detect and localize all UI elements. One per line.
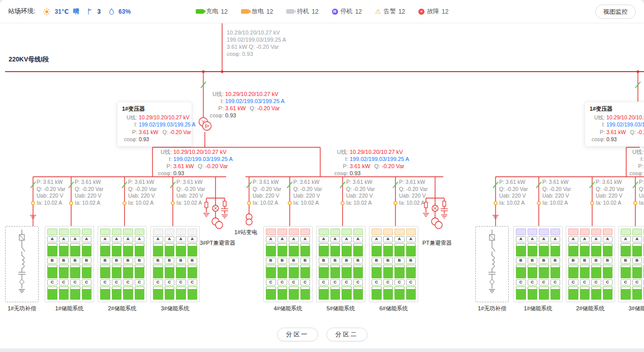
battery-level-bar (188, 265, 198, 278)
cluster-label-cell: B (330, 258, 341, 264)
battery-level-bar (394, 243, 405, 257)
battery-level-bar (632, 265, 642, 278)
cluster-label-cell: B (372, 258, 382, 264)
battery-level-bar (188, 286, 198, 300)
cluster-label-cell: A (591, 236, 601, 242)
cluster-label-cell: C (372, 279, 382, 285)
cluster-label-cell: C (353, 279, 363, 285)
legend-label: 放电 (252, 7, 264, 16)
feeder (590, 177, 595, 226)
feeder (340, 177, 345, 226)
zone-button-2[interactable]: 分区二 (326, 328, 367, 341)
measurement-text: 10.29/10.20/10.27 kV (225, 90, 279, 98)
compensator-label: 1#无功补偿 (5, 305, 39, 312)
wind-icon (87, 8, 93, 15)
warning-triangle-icon: ⚠ (375, 8, 381, 15)
cluster-label-cell: A (406, 236, 416, 242)
rack-status-cell (539, 229, 549, 235)
cluster-label-cell: A (353, 236, 363, 242)
cluster-label-cell: A (165, 236, 175, 242)
legend-standby[interactable]: 待机12 (286, 7, 318, 16)
legend-alarm[interactable]: ⚠告警12 (375, 7, 405, 16)
battery-level-bar (165, 286, 175, 300)
battery-level-bar (372, 243, 382, 257)
rack-status-cell (528, 229, 538, 235)
battery-rack: ABC (568, 229, 578, 300)
reactive-compensator-box[interactable] (5, 226, 39, 302)
cluster-label-cell: B (153, 258, 163, 264)
battery-level-bar (47, 243, 57, 257)
battery-rack: ABC (153, 229, 163, 300)
battery-level-bar (539, 286, 549, 300)
battery-rack: ABC (47, 229, 57, 300)
battery-level-bar (591, 265, 601, 278)
transformer-title: 1#变压器 (122, 105, 187, 113)
battery-level-bar (59, 286, 69, 300)
storage-system-box[interactable]: ABCABCABCABC (513, 226, 563, 302)
cluster-label-cell: C (112, 279, 122, 285)
battery-level-bar (528, 286, 538, 300)
legend-fault[interactable]: ×故障12 (418, 7, 448, 16)
cluster-label-cell: B (176, 258, 186, 264)
battery-level-bar (300, 265, 311, 278)
storage-system-label: 5#储能系统 (316, 305, 365, 312)
storage-system-box[interactable]: ABCABCABCABC (566, 226, 615, 302)
storage-system-label: 1#储能系统 (513, 305, 563, 312)
pt-arrester-label: PT兼避雷器 (422, 239, 452, 247)
storage-system-box[interactable]: ABCABCABCABC (618, 226, 644, 302)
measurement-text: 3.61 kW (139, 129, 159, 136)
temperature-value: 31℃ (54, 8, 69, 15)
legend-stopped[interactable]: 停机12 (332, 7, 362, 16)
storage-system-box[interactable]: ABCABCABCABC (369, 226, 418, 302)
battery-rack: ABC (632, 229, 642, 300)
cluster-label-cell: C (603, 279, 613, 285)
legend-charging[interactable]: 充电12 (196, 7, 228, 16)
reactive-compensator-box[interactable] (475, 226, 509, 302)
battery-rack: ABC (135, 229, 145, 300)
storage-system-box[interactable]: ABCABCABCABC (98, 226, 147, 302)
measurement-text: 199.02/199.03/199.25 A (173, 155, 233, 163)
sun-icon (43, 8, 50, 15)
line-measurement-block: U线:10.29/10.20/10.27 kVI:199.02/199.03/1… (208, 90, 285, 119)
measurement-text: I: (590, 121, 605, 129)
battery-level-bar (394, 286, 405, 300)
measurement-text: cosφ: (157, 170, 172, 177)
feeder (493, 177, 499, 226)
battery-rack: ABC (176, 229, 186, 300)
rack-status-cell (383, 229, 393, 235)
cluster-label-cell: B (580, 258, 590, 264)
storage-system-box[interactable]: ABCABCABCABC (45, 226, 94, 302)
battery-level-bar (330, 286, 341, 300)
battery-level-bar (550, 286, 561, 300)
view-monitor-button[interactable]: 视图监控 (595, 5, 636, 19)
storage-system-box[interactable]: ABCABCABCABC (316, 226, 365, 302)
transformer-info-box: 1#变压器U线:10.29/10.20/10.27 kVI:199.02/199… (117, 102, 192, 147)
legend-count: 12 (312, 8, 318, 15)
battery-rack: ABC (123, 229, 133, 300)
battery-rack: ABC (580, 229, 590, 300)
storage-system-box[interactable]: ABCABCABCABC (150, 226, 200, 302)
battery-rack: ABC (266, 229, 276, 300)
cluster-label-cell: C (406, 279, 416, 285)
measurement-text: Q: (630, 129, 636, 136)
battery-level-bar (603, 243, 613, 257)
cluster-label-cell: B (394, 258, 405, 264)
zone-button-1[interactable]: 分区一 (277, 328, 318, 341)
battery-rack: ABC (300, 229, 311, 300)
cluster-label-cell: C (319, 279, 329, 285)
cluster-label-cell: A (82, 236, 92, 242)
measurement-text: Q: (250, 105, 256, 112)
cluster-label-cell: A (539, 236, 549, 242)
battery-level-bar (59, 265, 69, 278)
cluster-label-cell: C (342, 279, 352, 285)
feeder (30, 177, 36, 226)
measurement-text: U线: (157, 148, 172, 155)
legend-discharging[interactable]: 放电12 (241, 7, 273, 16)
cluster-label-cell: C (394, 279, 405, 285)
measurement-text: I: (122, 121, 137, 129)
battery-level-bar (289, 243, 299, 257)
measurement-text: -0.20 Var (170, 129, 191, 136)
storage-system-box[interactable]: ABCABCABCABC (263, 226, 313, 302)
battery-level-bar (188, 243, 198, 257)
battery-level-bar (266, 286, 276, 300)
